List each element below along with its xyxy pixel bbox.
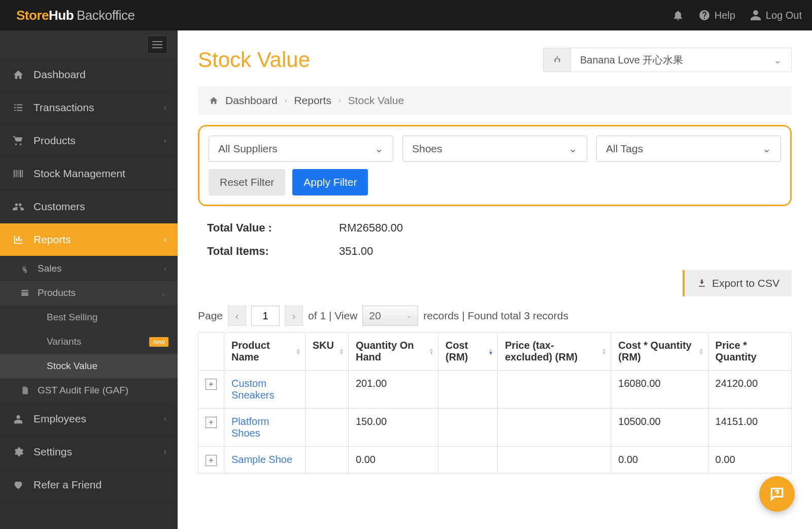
chevron-left-icon: ‹ [164, 447, 166, 456]
col-price-ex[interactable]: Price (tax-excluded) (RM)▲▼ [497, 333, 611, 371]
breadcrumb: Dashboard › Reports › Stock Value [198, 86, 792, 115]
reset-filter-button[interactable]: Reset Filter [209, 169, 285, 195]
nav-products[interactable]: Products ‹ [0, 124, 178, 157]
subnav-gst[interactable]: GST Audit File (GAF) [0, 378, 178, 403]
store-name: Banana Love 开心水果 [580, 53, 683, 67]
next-page-button[interactable]: › [285, 306, 303, 326]
table-row: +Sample Shoe0.000.000.00 [198, 447, 792, 474]
nav-transactions[interactable]: Transactions ‹ [0, 91, 178, 124]
notifications-button[interactable] [672, 9, 684, 21]
product-link[interactable]: Custom Sneakers [231, 378, 275, 401]
apply-filter-button[interactable]: Apply Filter [292, 169, 368, 195]
brand-part2: Hub [49, 8, 74, 23]
cell-qoh: 0.00 [348, 447, 438, 474]
nav-dashboard[interactable]: Dashboard [0, 58, 178, 91]
chevron-left-icon: ‹ [164, 103, 166, 112]
nav-transactions-label: Transactions [33, 102, 94, 114]
cell-price-ex [497, 371, 611, 409]
records-found-text: records | Found total 3 records [423, 310, 568, 322]
breadcrumb-reports[interactable]: Reports [294, 94, 331, 107]
chevron-down-icon: ⌄ [407, 312, 412, 319]
brand-logo[interactable]: StoreHubBackoffice [16, 8, 135, 23]
col-sku[interactable]: SKU▲▼ [305, 333, 348, 371]
subnav-best-selling[interactable]: Best Selling [0, 305, 178, 329]
sidebar-toggle-button[interactable] [147, 36, 167, 54]
logout-label: Log Out [766, 10, 802, 21]
product-link[interactable]: Sample Shoe [231, 454, 292, 465]
col-cost-qty[interactable]: Cost * Quantity (RM)▲▼ [611, 333, 708, 371]
page-size-select[interactable]: 20⌄ [362, 306, 418, 326]
breadcrumb-dashboard[interactable]: Dashboard [225, 94, 278, 107]
chevron-right-icon: › [285, 96, 287, 105]
export-icon [697, 278, 707, 288]
cell-sku [305, 447, 348, 474]
cell-cost-qty: 10500.00 [611, 409, 708, 447]
pagination: Page ‹ › of 1 | View 20⌄ records | Found… [198, 306, 792, 326]
chevron-left-icon: ‹ [164, 235, 166, 244]
cell-cost [438, 447, 497, 474]
logout-link[interactable]: Log Out [750, 9, 802, 21]
chat-help-icon [769, 486, 785, 502]
nav-refer[interactable]: Refer a Friend [0, 469, 178, 502]
gear-icon [11, 446, 25, 457]
help-icon [698, 9, 710, 21]
subnav-gst-label: GST Audit File (GAF) [38, 385, 128, 396]
table-row: +Custom Sneakers201.0016080.0024120.00 [198, 371, 792, 409]
supplier-filter[interactable]: All Suppliers⌄ [209, 136, 393, 162]
stock-table: Product Name▲▼ SKU▲▼ Quantity On Hand▲▼ … [198, 332, 792, 474]
svg-text:$: $ [23, 265, 27, 273]
col-price-qty[interactable]: Price * Quantity [708, 333, 791, 371]
tags-filter[interactable]: All Tags⌄ [596, 136, 781, 162]
nav-customers[interactable]: Customers [0, 190, 178, 223]
cell-price-qty: 0.00 [708, 447, 791, 474]
nav-employees[interactable]: Employees ‹ [0, 403, 178, 436]
cell-price-qty: 14151.00 [708, 409, 791, 447]
chevron-down-icon: ⌄ [375, 143, 384, 155]
category-filter[interactable]: Shoes⌄ [402, 136, 587, 162]
nav-employees-label: Employees [33, 413, 86, 425]
cell-cost [438, 409, 497, 447]
cell-sku [305, 371, 348, 409]
barchart-icon [11, 234, 25, 245]
col-product[interactable]: Product Name▲▼ [224, 333, 306, 371]
nav-customers-label: Customers [33, 201, 85, 213]
help-fab-button[interactable] [759, 476, 795, 512]
expand-row-button[interactable]: + [206, 455, 217, 466]
col-cost[interactable]: Cost (RM)▲▼ [438, 333, 497, 371]
store-select[interactable]: Banana Love 开心水果 ⌄ [571, 48, 792, 72]
export-csv-button[interactable]: Export to CSV [683, 270, 792, 296]
nav-settings-label: Settings [33, 446, 72, 458]
filter-panel: All Suppliers⌄ Shoes⌄ All Tags⌄ Reset Fi… [198, 125, 792, 206]
product-link[interactable]: Platform Shoes [231, 416, 269, 439]
total-value-label: Total Value : [207, 221, 339, 235]
nav-stock[interactable]: Stock Management [0, 157, 178, 190]
subnav-stock-value[interactable]: Stock Value [0, 354, 178, 378]
bell-icon [672, 9, 684, 21]
subnav-variants[interactable]: Variants new [0, 329, 178, 354]
nav-settings[interactable]: Settings ‹ [0, 436, 178, 469]
expand-row-button[interactable]: + [206, 417, 217, 428]
main-content: Stock Value Banana Love 开心水果 ⌄ Dashboard… [178, 30, 812, 529]
nav-reports[interactable]: Reports ‹ [0, 223, 178, 256]
total-value: RM26580.00 [339, 221, 403, 235]
chevron-left-icon: ‹ [164, 136, 166, 145]
store-switcher[interactable]: Banana Love 开心水果 ⌄ [543, 48, 792, 72]
file-icon [20, 386, 32, 395]
chevron-down-icon: ⌄ [160, 289, 166, 297]
cell-cost-qty: 0.00 [611, 447, 708, 474]
col-qoh[interactable]: Quantity On Hand▲▼ [348, 333, 438, 371]
prev-page-button[interactable]: ‹ [228, 306, 246, 326]
home-icon [209, 96, 218, 105]
page-of-text: of 1 | View [308, 310, 357, 322]
subnav-sales[interactable]: $ Sales ‹ [0, 256, 178, 281]
subnav-products[interactable]: Products ⌄ [0, 281, 178, 305]
topbar: StoreHubBackoffice Help Log Out [0, 0, 812, 30]
cell-cost-qty: 16080.00 [611, 371, 708, 409]
sidebar-collapse-row [0, 30, 178, 58]
expand-row-button[interactable]: + [206, 379, 217, 390]
page-input[interactable] [251, 306, 280, 326]
cell-price-ex [497, 409, 611, 447]
help-link[interactable]: Help [698, 9, 735, 21]
user-icon [750, 9, 762, 21]
col-expand [198, 333, 224, 371]
